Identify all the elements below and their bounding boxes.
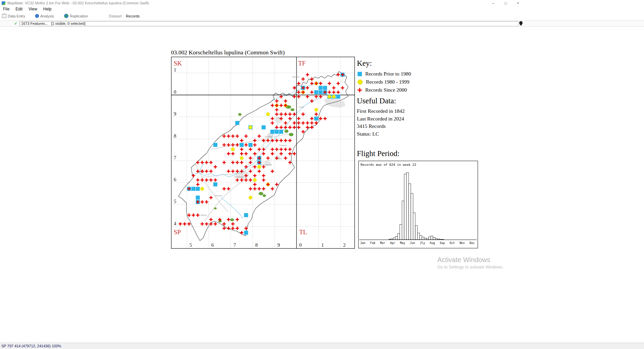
key-item-1980-1999: Records 1980 - 1999 (357, 78, 411, 86)
svg-text:Jly: Jly (420, 241, 425, 245)
svg-text:Kettering: Kettering (265, 136, 272, 138)
svg-text:7: 7 (174, 155, 176, 160)
features-summary-field[interactable]: 1673 Features... [1 visible, 0 selected] (19, 21, 519, 26)
window-titlebar: MapMate: VC32 Moths 2 km For Web - 03.00… (0, 0, 644, 6)
svg-text:Nov: Nov (460, 241, 465, 245)
svg-text:Dec: Dec (470, 241, 475, 245)
key-label-since-2000: Records Since 2000 (365, 87, 407, 93)
dataset-value[interactable]: Records (126, 14, 140, 18)
dataset-label: Dataset: (109, 14, 122, 18)
replication-button[interactable]: Replication (64, 14, 88, 18)
svg-text:0: 0 (174, 89, 176, 95)
window-title: MapMate: VC32 Moths 2 km For Web - 03.00… (7, 1, 149, 5)
minimize-button[interactable]: – (487, 0, 499, 6)
useful-data-panel: Useful Data: First Recorded in 1842 Last… (357, 97, 405, 138)
key-label-prior-1980: Records Prior to 1980 (365, 71, 411, 77)
key-item-prior-1980: Records Prior to 1980 (357, 70, 411, 78)
grid-reference-readout: SP 797 414 (479712, 241436) 100% (1, 344, 61, 348)
legend-square-icon (358, 72, 362, 76)
svg-text:Mar: Mar (380, 241, 385, 245)
svg-text:Jan: Jan (360, 241, 365, 245)
svg-text:Feb: Feb (370, 241, 375, 245)
flight-period-histogram: JanFebMarAprMayJunJlyAugSepOctNovDecReco… (359, 161, 477, 248)
flight-period-heading: Flight Period: (357, 149, 399, 158)
last-recorded-line: Last Recorded in 2024 (357, 115, 405, 123)
svg-text:8: 8 (255, 242, 258, 248)
svg-text:SP: SP (174, 229, 181, 236)
status-line: Status: LC (357, 130, 405, 138)
key-label-1980-1999: Records 1980 - 1999 (366, 79, 410, 85)
status-bar: SP 797 414 (479712, 241436) 100% (0, 343, 644, 349)
svg-text:6: 6 (174, 177, 176, 182)
maximize-button[interactable]: □ (499, 0, 512, 6)
svg-text:Stamford: Stamford (292, 76, 300, 78)
svg-text:Records max of 624 in week 22: Records max of 624 in week 22 (361, 163, 416, 166)
svg-text:Thrapston: Thrapston (279, 144, 287, 146)
svg-text:Northampton: Northampton (234, 176, 244, 178)
svg-text:Oundle: Oundle (299, 106, 304, 108)
data-entry-icon (2, 14, 6, 18)
analysis-label: Analysis (40, 14, 54, 18)
svg-text:Sep: Sep (440, 241, 445, 245)
flight-period-chart: JanFebMarAprMayJunJlyAugSepOctNovDecReco… (358, 161, 478, 248)
svg-text:1: 1 (174, 67, 176, 72)
svg-text:Wellingborough: Wellingborough (260, 164, 272, 166)
map-title: 03.002 Korscheltellus lupulina (Common S… (171, 49, 285, 56)
menu-file[interactable]: File (0, 7, 12, 11)
menu-bar: File Edit View Help (0, 6, 644, 12)
svg-text:May: May (400, 241, 405, 245)
close-button[interactable]: × (512, 0, 524, 6)
watermark-line1: Activate Windows (437, 256, 503, 264)
window-controls: – □ × (487, 0, 524, 6)
activate-windows-watermark: Activate Windows Go to Settings to activ… (437, 256, 503, 269)
svg-text:SK: SK (174, 60, 182, 67)
svg-text:Jun: Jun (410, 241, 415, 245)
svg-text:4: 4 (174, 221, 176, 226)
legend-cross-icon (358, 88, 362, 92)
useful-data-heading: Useful Data: (357, 97, 405, 105)
svg-text:0: 0 (299, 242, 302, 248)
svg-text:1: 1 (321, 242, 324, 248)
svg-text:Brackley: Brackley (201, 214, 207, 216)
svg-text:8: 8 (174, 133, 176, 139)
data-entry-label: Data Entry (8, 14, 25, 18)
replication-globe-icon (64, 14, 68, 18)
key-item-since-2000: Records Since 2000 (357, 86, 411, 94)
menu-view[interactable]: View (25, 7, 40, 11)
menu-help[interactable]: Help (40, 7, 55, 11)
svg-text:9: 9 (277, 242, 280, 248)
distribution-map[interactable]: StamfordOundleCorbyKetteringWellingborou… (171, 57, 355, 249)
svg-text:5: 5 (174, 199, 176, 204)
check-icon: ✓ (14, 21, 17, 26)
data-entry-button[interactable]: Data Entry (2, 14, 25, 18)
svg-text:9: 9 (174, 111, 176, 116)
replication-label: Replication (70, 14, 88, 18)
record-count-line: 3415 Records (357, 122, 405, 130)
key-heading: Key: (357, 59, 411, 68)
svg-text:7: 7 (233, 242, 236, 248)
features-summary-text: 1673 Features... [1 visible, 0 selected] (21, 21, 85, 26)
features-bar: ✓ 1673 Features... [1 visible, 0 selecte… (0, 20, 644, 27)
svg-text:Aug: Aug (430, 241, 435, 245)
key-panel: Key: Records Prior to 1980 Records 1980 … (357, 59, 411, 94)
svg-text:Oct: Oct (450, 241, 455, 245)
analysis-info-icon (35, 14, 39, 18)
legend-circle-icon (358, 80, 363, 85)
svg-text:Apr: Apr (390, 241, 395, 245)
analysis-button[interactable]: Analysis (35, 14, 54, 18)
svg-text:5: 5 (190, 242, 192, 248)
svg-text:TF: TF (298, 60, 306, 67)
svg-text:TL: TL (299, 229, 307, 236)
svg-text:2: 2 (343, 242, 346, 248)
watermark-line2: Go to Settings to activate Windows. (437, 265, 503, 269)
app-icon (2, 1, 5, 5)
map-canvas: 03.002 Korscheltellus lupulina (Common S… (0, 27, 644, 343)
svg-text:Towcester: Towcester (215, 195, 222, 197)
svg-text:6: 6 (211, 242, 214, 248)
tool-bar: Data Entry Analysis Replication Dataset:… (0, 12, 644, 20)
menu-edit[interactable]: Edit (12, 7, 25, 11)
first-recorded-line: First Recorded in 1842 (357, 107, 405, 115)
